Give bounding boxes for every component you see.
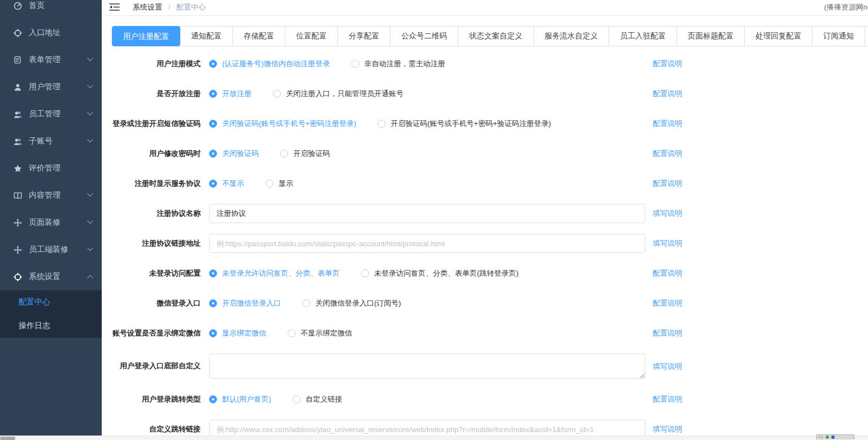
config-help-link[interactable]: 配置说明	[653, 394, 682, 404]
tab-share-config[interactable]: 分享配置	[337, 26, 390, 46]
config-help-link[interactable]: 配置说明	[653, 178, 682, 189]
tab-subscribe-notify[interactable]: 订阅通知	[812, 26, 865, 46]
radio-option[interactable]: 关闭注册入口，只能管理员开通账号	[273, 89, 403, 99]
users-icon	[13, 137, 22, 146]
tab-status-text-custom[interactable]: 状态文案自定义	[458, 26, 534, 46]
chevron-down-icon	[87, 247, 94, 252]
radio-label: 关闭注册入口，只能管理员开通账号	[286, 89, 403, 99]
collapse-sidebar-icon[interactable]	[109, 2, 120, 12]
sidebar-item-user-management[interactable]: 用户管理	[0, 73, 102, 101]
tab-service-flow-custom[interactable]: 服务流水自定义	[533, 26, 610, 46]
chevron-down-icon	[87, 220, 94, 225]
radio-option[interactable]: 显示	[266, 178, 293, 189]
radio-option[interactable]: (认证服务号)微信内自动注册登录	[209, 59, 330, 69]
tab-page-title-config[interactable]: 页面标题配置	[676, 26, 745, 46]
submenu-item-operation-log[interactable]: 操作日志	[0, 314, 102, 338]
radio-option[interactable]: 关闭验证码(账号或手机号+密码注册登录)	[209, 119, 356, 129]
radio-icon	[209, 120, 217, 128]
radio-option[interactable]: 显示绑定微信	[209, 328, 266, 338]
submenu-item-config-center[interactable]: 配置中心	[0, 290, 102, 314]
tab-log-debug-config[interactable]: 日志&调试配置	[865, 26, 868, 46]
radio-icon	[209, 90, 217, 98]
radio-option[interactable]: 关闭验证码	[209, 149, 259, 159]
chevron-down-icon	[87, 139, 94, 143]
scrollbar-thumb[interactable]	[0, 437, 15, 440]
radio-label: 关闭验证码(账号或手机号+密码注册登录)	[222, 119, 356, 129]
sidebar-item-label: 首页	[29, 1, 94, 11]
config-help-link[interactable]: 配置说明	[653, 89, 682, 99]
sidebar-item-label: 内容管理	[29, 190, 87, 201]
sidebar-item-home[interactable]: 首页	[0, 0, 102, 19]
config-help-link[interactable]: 配置说明	[653, 149, 682, 159]
radio-icon	[209, 299, 217, 307]
sidebar-item-page-decoration[interactable]: 页面装修	[0, 209, 102, 236]
fill-help-link[interactable]: 填写说明	[653, 208, 682, 219]
sidebar-item-review-management[interactable]: 评价管理	[0, 155, 102, 182]
sidebar-item-label: 页面装修	[29, 217, 87, 228]
radio-option[interactable]: 默认(用户首页)	[209, 394, 271, 404]
horizontal-scrollbar[interactable]	[0, 435, 868, 440]
radio-option[interactable]: 开启验证码	[280, 149, 330, 159]
site-name-text: (播播资源网ne	[824, 2, 868, 12]
radio-option[interactable]: 开启微信登录入口	[209, 298, 281, 308]
row-label: 用户注册模式	[112, 59, 205, 69]
fill-help-link[interactable]: 填写说明	[653, 238, 682, 249]
form-row-login-redirect-type: 用户登录跳转类型 默认(用户首页) 自定义链接 配置说明	[112, 390, 868, 409]
tab-user-register-config[interactable]: 用户注册配置	[112, 26, 180, 46]
radio-option[interactable]: 未登录允许访问首页、分类、表单页	[209, 268, 340, 278]
user-register-config-form: 用户注册模式 (认证服务号)微信内自动注册登录 非自动注册，需主动注册 配置说明…	[112, 54, 868, 439]
tab-handle-reply-config[interactable]: 处理回复配置	[744, 26, 813, 46]
radio-icon	[209, 150, 217, 158]
agreement-name-input[interactable]	[209, 204, 645, 223]
sidebar-item-entry-address[interactable]: 入口地址	[0, 19, 102, 46]
tab-staff-join-config[interactable]: 员工入驻配置	[609, 26, 677, 46]
sidebar-item-system-settings[interactable]: 系统设置	[0, 263, 102, 290]
radio-option[interactable]: 未登录访问首页、分类、表单页(跳转登录页)	[361, 268, 519, 278]
radio-label: 默认(用户首页)	[222, 394, 271, 404]
sidebar-item-label: 员工端装修	[29, 245, 87, 255]
radio-option[interactable]: 关闭微信登录入口(订阅号)	[302, 298, 401, 308]
aim-icon	[13, 272, 22, 281]
row-label: 未登录访问配置	[112, 269, 205, 278]
tab-official-qrcode[interactable]: 公众号二维码	[390, 26, 458, 46]
dashboard-icon	[13, 1, 22, 10]
config-help-link[interactable]: 配置说明	[653, 328, 682, 338]
form-row-change-password-captcha: 用户修改密码时 关闭验证码 开启验证码 配置说明	[112, 144, 868, 163]
radio-option[interactable]: 非自动注册，需主动注册	[351, 59, 445, 69]
radio-option[interactable]: 自定义链接	[293, 394, 342, 404]
radio-option[interactable]: 开启验证码(账号或手机号+密码+验证码注册登录)	[377, 119, 551, 129]
radio-option[interactable]: 不显示	[209, 178, 244, 189]
config-help-link[interactable]: 配置说明	[653, 268, 682, 278]
chevron-down-icon	[87, 58, 94, 62]
radio-option[interactable]: 不显示绑定微信	[288, 328, 352, 338]
radio-icon	[266, 180, 274, 188]
agreement-url-input[interactable]	[209, 234, 645, 253]
radio-option[interactable]: 开放注册	[209, 89, 251, 99]
radio-label: 关闭验证码	[222, 149, 259, 159]
sidebar-item-form-management[interactable]: 表单管理	[0, 46, 102, 73]
move-icon	[13, 245, 22, 254]
sidebar-item-label: 系统设置	[29, 272, 87, 282]
aim-icon	[13, 28, 22, 37]
sidebar-item-sub-account[interactable]: 子账号	[0, 128, 102, 155]
radio-icon	[209, 180, 217, 188]
tab-notify-config[interactable]: 通知配置	[180, 26, 233, 46]
tab-storage-config[interactable]: 存储配置	[232, 26, 285, 46]
tab-location-config[interactable]: 位置配置	[285, 26, 338, 46]
browser-extension-widget[interactable]	[816, 434, 854, 439]
fill-help-link[interactable]: 填写说明	[653, 424, 682, 434]
sidebar-item-staff-decoration[interactable]: 员工端装修	[0, 236, 102, 263]
config-help-link[interactable]: 配置说明	[653, 59, 682, 69]
row-label: 注册时显示服务协议	[112, 179, 205, 189]
radio-label: 未登录允许访问首页、分类、表单页	[222, 268, 340, 278]
sidebar-item-content-management[interactable]: 内容管理	[0, 182, 102, 209]
config-help-link[interactable]: 配置说明	[653, 298, 682, 308]
form-row-show-bind-wechat: 账号设置是否显示绑定微信 显示绑定微信 不显示绑定微信 配置说明	[112, 324, 868, 343]
fill-help-link[interactable]: 填写说明	[653, 361, 682, 372]
config-help-link[interactable]: 配置说明	[653, 119, 682, 129]
row-label: 用户登录跳转类型	[112, 395, 205, 404]
sidebar: 首页 入口地址 表单管理 用户管理	[0, 0, 102, 435]
sidebar-item-staff-management[interactable]: 员工管理	[0, 101, 102, 128]
login-footer-custom-textarea[interactable]	[209, 354, 645, 379]
radio-label: 开启验证码(账号或手机号+密码+验证码注册登录)	[390, 119, 551, 129]
